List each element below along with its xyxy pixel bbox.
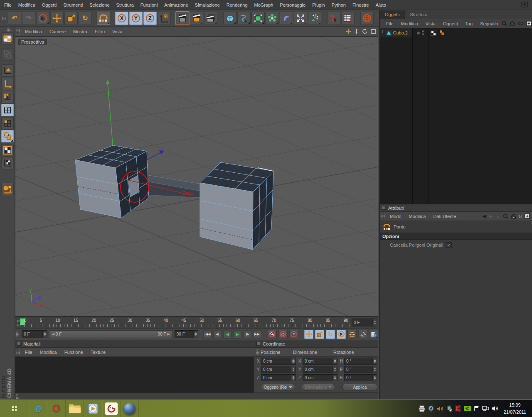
menu-item[interactable]: Personaggio	[276, 2, 309, 7]
viewport-pan-icon[interactable]	[346, 29, 351, 34]
points-mode-button[interactable]	[1, 91, 14, 103]
size-field[interactable]: 0 cm	[303, 358, 337, 365]
om-menu-item[interactable]: Vista	[422, 21, 439, 26]
key-parameter-toggle[interactable]: P	[337, 330, 346, 339]
viewport-menu-item[interactable]: Camere	[46, 29, 69, 34]
toolbar-drag-handle[interactable]	[2, 15, 6, 21]
menu-item[interactable]: Strumenti	[60, 2, 86, 7]
om-menu-item[interactable]: Modifica	[397, 21, 422, 26]
attributes-menu-item[interactable]: Dati Utente	[430, 214, 460, 219]
goto-end-button[interactable]: ▶▶|	[253, 330, 261, 339]
visibility-dot-editor[interactable]	[417, 32, 420, 34]
goto-start-button[interactable]: |◀◀	[203, 330, 212, 339]
menu-item[interactable]: Rendering	[223, 2, 251, 7]
render-queue-button[interactable]	[204, 12, 217, 25]
attributes-search-icon[interactable]	[503, 213, 508, 219]
column-position[interactable]: Posizione	[261, 350, 293, 355]
menu-item[interactable]: Struttura	[113, 2, 137, 7]
position-field[interactable]: 0 cm	[261, 374, 296, 381]
key-rotation-toggle[interactable]: ↻	[326, 330, 335, 339]
attributes-drag-handle[interactable]	[381, 213, 385, 219]
history-up-icon[interactable]: ▲	[495, 214, 500, 219]
rotation-field[interactable]: 0 °	[344, 374, 377, 381]
selection-tag-icon[interactable]	[431, 30, 436, 36]
redo-button[interactable]: ↷	[22, 12, 35, 25]
menu-item[interactable]: File	[1, 2, 15, 7]
taskbar-clock[interactable]: 15:09 21/07/2011	[500, 402, 532, 415]
menu-item[interactable]: Selezione	[86, 2, 113, 7]
viewport-label[interactable]: Prospettiva	[18, 39, 47, 45]
taskbar-opera[interactable]: O	[47, 400, 66, 417]
object-name[interactable]: Cubo.2	[393, 30, 408, 35]
object-tree[interactable]: └ Cubo.2	[380, 28, 532, 204]
sound-toggle[interactable]	[358, 330, 367, 339]
position-field[interactable]: 0 cm	[261, 358, 296, 365]
keyframe-selection-button[interactable]: ?	[289, 330, 298, 339]
om-add-icon[interactable]	[526, 21, 532, 26]
visibility-dot-render-bottom[interactable]	[422, 33, 424, 35]
end-frame-spinner[interactable]	[193, 331, 198, 338]
viewport-zoom-icon[interactable]	[355, 29, 359, 34]
viewport-rotate-icon[interactable]	[362, 29, 367, 34]
lock-z-axis-button[interactable]: Z	[143, 12, 157, 25]
add-nurbs-button[interactable]	[251, 12, 265, 25]
menu-item[interactable]: Simulazione	[192, 2, 223, 7]
materials-menu-item[interactable]: Modifica	[36, 350, 61, 355]
tray-network-icon[interactable]	[481, 404, 490, 413]
rotation-field[interactable]: 0 °	[344, 366, 377, 373]
tray-usb-icon[interactable]	[445, 404, 454, 413]
render-view-button[interactable]	[176, 12, 189, 25]
key-position-toggle[interactable]	[304, 330, 313, 339]
key-scale-toggle[interactable]	[315, 330, 324, 339]
coordinate-system-button[interactable]	[158, 12, 171, 25]
field-spinner[interactable]	[372, 375, 377, 381]
content-browser-button[interactable]: ?	[341, 12, 355, 25]
tab-struttura[interactable]: Struttura	[405, 10, 432, 19]
field-spinner[interactable]	[332, 358, 337, 364]
taskbar-gom-player[interactable]	[102, 400, 121, 417]
menu-item[interactable]: Aiuto	[372, 2, 389, 7]
play-button[interactable]: ▶	[233, 330, 241, 339]
om-menu-item[interactable]: Segnalib	[476, 21, 502, 26]
viewport-drag-handle[interactable]	[16, 29, 20, 34]
field-spinner[interactable]	[372, 366, 377, 373]
leftbar-drag-handle[interactable]	[7, 27, 11, 32]
tweak-mode-button[interactable]	[1, 130, 14, 142]
tray-volume-icon[interactable]	[490, 404, 500, 413]
om-search-icon[interactable]	[502, 21, 507, 26]
start-button[interactable]	[0, 400, 29, 417]
key-pla-toggle[interactable]	[347, 330, 357, 339]
taskbar-internet-explorer[interactable]: e	[29, 400, 47, 417]
rotate-button[interactable]: ↻	[79, 12, 92, 25]
tray-webcam-icon[interactable]	[426, 404, 436, 413]
tab-oggetti[interactable]: Oggetti	[380, 10, 405, 19]
om-menu-item[interactable]: Tag	[461, 21, 476, 26]
option-checkbox[interactable]: ✓	[446, 242, 452, 248]
texture-mode-button[interactable]	[1, 144, 14, 157]
current-tool-bridge-button[interactable]	[97, 12, 110, 25]
history-forward-icon[interactable]: ▶	[489, 213, 493, 219]
column-size[interactable]: Dimensione	[293, 350, 333, 355]
current-frame-field[interactable]: 0 F	[352, 319, 377, 326]
field-spinner[interactable]	[332, 375, 337, 381]
menu-item[interactable]: Finestre	[349, 2, 372, 7]
size-mode-dropdown[interactable]: Dimensione	[302, 384, 335, 390]
menu-item[interactable]: Plugin	[309, 2, 328, 7]
materials-titlebar[interactable]: Materiali	[15, 340, 254, 348]
texture-axis-mode-button[interactable]	[1, 157, 14, 169]
viewport-menu-item[interactable]: Vista	[108, 29, 126, 34]
field-spinner[interactable]	[291, 375, 296, 381]
materials-content[interactable]	[15, 357, 254, 392]
column-rotation[interactable]: Rotazione	[333, 350, 354, 355]
range-right-arrow-icon[interactable]: ▶	[167, 332, 170, 336]
coordinates-drag-handle[interactable]	[256, 349, 259, 355]
prev-frame-button[interactable]: ◀|	[213, 330, 222, 339]
materials-menu-item[interactable]: File	[21, 350, 36, 355]
object-axis-mode-button[interactable]	[1, 78, 14, 90]
tray-kaspersky-icon[interactable]	[454, 404, 463, 413]
om-menu-item[interactable]: File	[382, 21, 397, 26]
viewport-menu-item[interactable]: Modifica	[21, 29, 46, 34]
menu-item[interactable]: Modifica	[15, 2, 39, 7]
make-editable-button[interactable]	[1, 48, 14, 61]
transport-drag-handle[interactable]	[16, 331, 19, 337]
